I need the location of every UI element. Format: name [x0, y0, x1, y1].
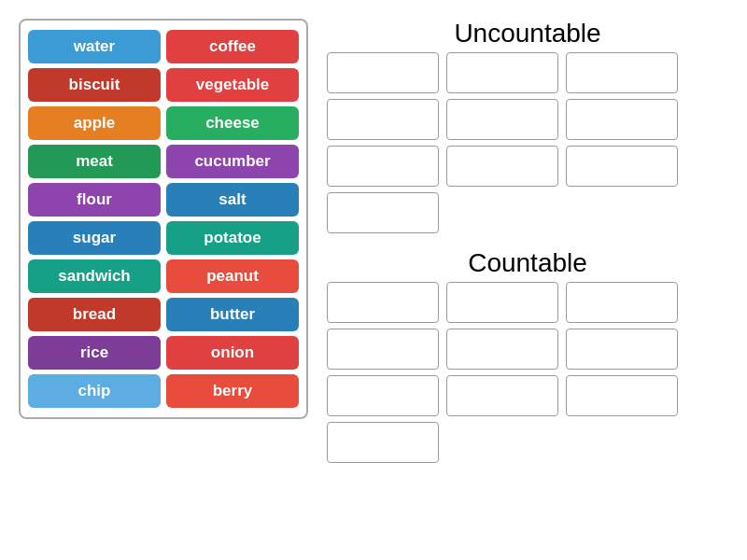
uncountable-cell-1-2[interactable]: [566, 99, 678, 140]
uncountable-cell-2-2[interactable]: [566, 146, 678, 187]
word-row-8: riceonion: [28, 336, 299, 370]
countable-cell-last-0[interactable]: [327, 422, 439, 463]
word-panel: watercoffeebiscuitvegetableapplecheeseme…: [19, 19, 308, 419]
word-btn-potatoe[interactable]: potatoe: [166, 221, 299, 255]
categories-panel: Uncountable Countable: [327, 19, 728, 472]
countable-cell-0-1[interactable]: [446, 282, 558, 323]
uncountable-cell-0-1[interactable]: [446, 52, 558, 93]
word-btn-sandwich[interactable]: sandwich: [28, 259, 161, 293]
uncountable-cell-1-0[interactable]: [327, 99, 439, 140]
word-btn-vegetable[interactable]: vegetable: [166, 68, 299, 102]
countable-cell-2-0[interactable]: [327, 375, 439, 416]
word-btn-butter[interactable]: butter: [166, 298, 299, 331]
word-btn-biscuit[interactable]: biscuit: [28, 68, 161, 102]
countable-cell-0-2[interactable]: [566, 282, 678, 323]
word-btn-cheese[interactable]: cheese: [166, 106, 299, 140]
uncountable-row-last: [327, 192, 728, 233]
countable-title: Countable: [327, 248, 728, 278]
word-btn-salt[interactable]: salt: [166, 183, 299, 217]
countable-cell-0-0[interactable]: [327, 282, 439, 323]
uncountable-cell-0-0[interactable]: [327, 52, 439, 93]
word-row-7: breadbutter: [28, 298, 299, 331]
uncountable-row-0: [327, 52, 728, 93]
uncountable-cell-2-0[interactable]: [327, 146, 439, 187]
uncountable-title: Uncountable: [327, 19, 728, 49]
word-row-6: sandwichpeanut: [28, 259, 299, 293]
word-btn-bread[interactable]: bread: [28, 298, 161, 331]
word-btn-sugar[interactable]: sugar: [28, 221, 161, 255]
word-btn-peanut[interactable]: peanut: [166, 259, 299, 293]
uncountable-cell-2-1[interactable]: [446, 146, 558, 187]
word-btn-flour[interactable]: flour: [28, 183, 161, 217]
word-btn-chip[interactable]: chip: [28, 374, 161, 408]
uncountable-cell-1-1[interactable]: [446, 99, 558, 140]
word-btn-onion[interactable]: onion: [166, 336, 299, 370]
word-btn-rice[interactable]: rice: [28, 336, 161, 370]
countable-row-last: [327, 422, 728, 463]
word-row-9: chipberry: [28, 374, 299, 408]
countable-grid-container: [327, 282, 728, 463]
uncountable-cell-last-0[interactable]: [327, 192, 439, 233]
uncountable-cell-0-2[interactable]: [566, 52, 678, 93]
word-btn-water[interactable]: water: [28, 30, 161, 63]
countable-cell-2-1[interactable]: [446, 375, 558, 416]
word-btn-coffee[interactable]: coffee: [166, 30, 299, 63]
countable-section: Countable: [327, 248, 728, 472]
uncountable-section: Uncountable: [327, 19, 728, 243]
word-btn-cucumber[interactable]: cucumber: [166, 145, 299, 178]
countable-row-2: [327, 375, 728, 416]
word-btn-apple[interactable]: apple: [28, 106, 161, 140]
countable-cell-1-2[interactable]: [566, 329, 678, 370]
word-row-5: sugarpotatoe: [28, 221, 299, 255]
word-row-1: biscuitvegetable: [28, 68, 299, 102]
countable-cell-1-1[interactable]: [446, 329, 558, 370]
word-btn-meat[interactable]: meat: [28, 145, 161, 178]
word-row-2: applecheese: [28, 106, 299, 140]
countable-row-0: [327, 282, 728, 323]
uncountable-row-2: [327, 146, 728, 187]
word-row-0: watercoffee: [28, 30, 299, 63]
countable-cell-1-0[interactable]: [327, 329, 439, 370]
uncountable-row-1: [327, 99, 728, 140]
word-btn-berry[interactable]: berry: [166, 374, 299, 408]
uncountable-grid-container: [327, 52, 728, 233]
word-row-3: meatcucumber: [28, 145, 299, 178]
countable-row-1: [327, 329, 728, 370]
word-row-4: floursalt: [28, 183, 299, 217]
countable-cell-2-2[interactable]: [566, 375, 678, 416]
